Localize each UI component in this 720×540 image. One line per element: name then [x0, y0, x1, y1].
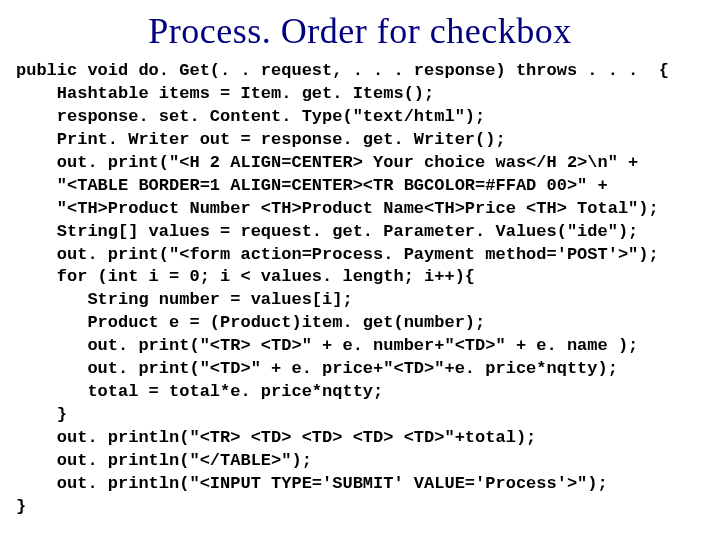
code-line: String[] values = request. get. Paramete… — [16, 222, 638, 241]
code-line: out. print("<form action=Process. Paymen… — [16, 245, 659, 264]
code-line: out. print("<H 2 ALIGN=CENTER> Your choi… — [16, 153, 638, 172]
code-line: response. set. Content. Type("text/html"… — [16, 107, 485, 126]
slide: Process. Order for checkbox public void … — [0, 0, 720, 540]
code-line: Print. Writer out = response. get. Write… — [16, 130, 506, 149]
code-line: out. print("<TR> <TD>" + e. number+"<TD>… — [16, 336, 638, 355]
code-line: out. println("<INPUT TYPE='SUBMIT' VALUE… — [16, 474, 608, 493]
code-line: total = total*e. price*nqtty; — [16, 382, 383, 401]
code-line: out. println("</TABLE>"); — [16, 451, 312, 470]
code-block: public void do. Get(. . request, . . . r… — [16, 60, 704, 519]
code-line: "<TH>Product Number <TH>Product Name<TH>… — [16, 199, 659, 218]
code-line: } — [16, 497, 26, 516]
code-line: out. println("<TR> <TD> <TD> <TD> <TD>"+… — [16, 428, 536, 447]
code-line: out. print("<TD>" + e. price+"<TD>"+e. p… — [16, 359, 618, 378]
code-line: public void do. Get(. . request, . . . r… — [16, 61, 669, 80]
code-line: } — [16, 405, 67, 424]
code-line: Product e = (Product)item. get(number); — [16, 313, 485, 332]
code-line: String number = values[i]; — [16, 290, 353, 309]
slide-title: Process. Order for checkbox — [16, 10, 704, 52]
code-line: Hashtable items = Item. get. Items(); — [16, 84, 434, 103]
code-line: for (int i = 0; i < values. length; i++)… — [16, 267, 475, 286]
code-line: "<TABLE BORDER=1 ALIGN=CENTER><TR BGCOLO… — [16, 176, 608, 195]
